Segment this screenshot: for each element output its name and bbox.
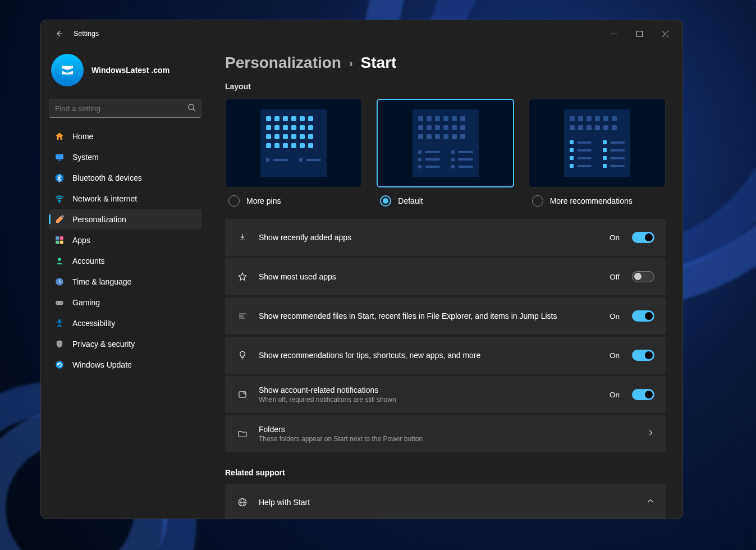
close-button[interactable]	[652, 25, 678, 43]
svg-point-4	[189, 104, 194, 109]
nav-apps[interactable]: Apps	[49, 230, 201, 250]
download-icon	[236, 232, 249, 242]
main-content[interactable]: Personalization › Start Layout	[209, 47, 682, 519]
nav-label: Accessibility	[72, 319, 115, 328]
nav-personalization[interactable]: Personalization	[49, 209, 201, 230]
svg-point-20	[58, 319, 61, 321]
svg-point-21	[56, 361, 63, 369]
maximize-icon	[636, 31, 643, 37]
setting-most-used: Show most used apps Off	[225, 258, 666, 295]
search-icon	[187, 103, 196, 114]
radio-more-recs[interactable]: More recommendations	[529, 195, 666, 207]
toggle-state: On	[610, 351, 620, 360]
layout-card-more-pins[interactable]	[225, 99, 362, 187]
radio-label: More pins	[246, 196, 281, 205]
avatar	[51, 54, 84, 86]
layout-thumb-default	[413, 109, 479, 177]
nav-update[interactable]: Windows Update	[49, 354, 201, 375]
nav-accounts[interactable]: Accounts	[49, 250, 201, 271]
svg-point-18	[57, 302, 58, 303]
setting-title: Show recently added apps	[259, 233, 599, 242]
star-icon	[236, 272, 249, 282]
gamepad-icon	[54, 297, 65, 308]
layout-card-more-recs[interactable]	[529, 99, 666, 187]
breadcrumb-parent[interactable]: Personalization	[225, 54, 341, 72]
chevron-up-icon	[647, 497, 654, 507]
toggle-recently-added[interactable]	[632, 232, 654, 243]
toggle-state: Off	[610, 273, 620, 281]
maximize-button[interactable]	[626, 25, 652, 43]
svg-rect-17	[56, 301, 63, 305]
svg-rect-1	[636, 31, 642, 36]
radio-default[interactable]: Default	[377, 195, 514, 207]
nav-privacy[interactable]: Privacy & security	[49, 333, 201, 354]
setting-tips: Show recommendations for tips, shortcuts…	[225, 337, 666, 374]
radio-label: Default	[398, 196, 423, 205]
toggle-tips[interactable]	[632, 350, 654, 361]
svg-point-9	[59, 201, 60, 203]
toggle-most-used[interactable]	[632, 271, 654, 282]
nav-network[interactable]: Network & internet	[49, 188, 201, 209]
radio-icon	[532, 195, 543, 207]
nav-system[interactable]: System	[49, 146, 201, 167]
svg-rect-14	[60, 240, 63, 244]
setting-folders[interactable]: Folders These folders appear on Start ne…	[225, 415, 666, 452]
minimize-button[interactable]	[601, 25, 626, 43]
search-input[interactable]	[49, 99, 201, 118]
chevron-right-icon	[647, 429, 654, 439]
nav-home[interactable]: Home	[49, 126, 201, 146]
related-heading: Related support	[225, 468, 666, 477]
card-icon	[236, 389, 249, 400]
layout-cards	[225, 99, 666, 187]
layout-thumb-more-pins	[260, 109, 327, 177]
toggle-recommended-files[interactable]	[632, 310, 654, 322]
profile[interactable]: WindowsLatest .com	[49, 51, 201, 97]
nav-accessibility[interactable]: Accessibility	[49, 313, 201, 333]
setting-title: Show recommendations for tips, shortcuts…	[259, 351, 599, 360]
radio-icon	[380, 195, 391, 207]
sidebar: WindowsLatest .com Home System	[41, 47, 209, 519]
nav-label: Windows Update	[72, 360, 132, 369]
titlebar: Settings	[41, 20, 682, 47]
person-icon	[54, 256, 65, 266]
setting-title: Help with Start	[259, 498, 636, 507]
apps-icon	[54, 235, 65, 245]
chevron-right-icon: ›	[349, 57, 353, 70]
help-row[interactable]: Help with Start	[225, 484, 666, 519]
minimize-icon	[611, 31, 617, 37]
back-button[interactable]	[48, 22, 70, 45]
breadcrumb: Personalization › Start	[225, 54, 666, 72]
nav-gaming[interactable]: Gaming	[49, 292, 201, 313]
breadcrumb-current: Start	[361, 54, 397, 72]
nav-label: Home	[72, 132, 93, 141]
globe-icon	[236, 497, 249, 507]
nav-label: Apps	[72, 236, 90, 245]
nav-label: Time & language	[72, 277, 131, 286]
system-icon	[54, 152, 65, 162]
svg-rect-7	[58, 159, 61, 161]
svg-rect-12	[60, 236, 63, 240]
toggle-account-notif[interactable]	[632, 389, 654, 400]
svg-point-15	[58, 258, 61, 261]
nav-time[interactable]: Time & language	[49, 271, 201, 292]
close-icon	[662, 31, 668, 37]
update-icon	[54, 360, 65, 370]
setting-desc: When off, required notifications are sti…	[259, 396, 599, 404]
nav-label: Privacy & security	[72, 340, 135, 349]
setting-title: Show account-related notifications	[259, 386, 599, 395]
search-box[interactable]	[49, 99, 201, 118]
nav-label: Accounts	[72, 256, 105, 265]
svg-rect-25	[239, 392, 246, 398]
radio-more-pins[interactable]: More pins	[225, 195, 362, 207]
avatar-logo-icon	[59, 62, 76, 79]
setting-recommended-files: Show recommended files in Start, recent …	[225, 297, 666, 334]
nav-label: System	[72, 153, 99, 162]
folder-icon	[236, 429, 249, 439]
nav-bluetooth[interactable]: Bluetooth & devices	[49, 167, 201, 188]
svg-rect-13	[56, 240, 59, 244]
svg-point-19	[61, 302, 62, 303]
nav-label: Network & internet	[72, 194, 137, 203]
layout-card-default[interactable]	[377, 99, 515, 187]
setting-title: Folders	[259, 425, 636, 434]
settings-window: Settings WindowsLatest .com	[40, 20, 683, 519]
